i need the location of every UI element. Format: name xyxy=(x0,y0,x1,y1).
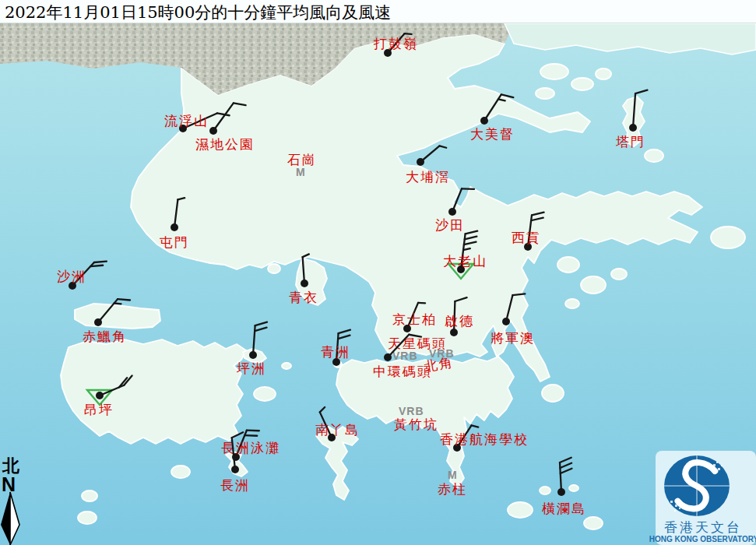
station-label-tai-po-kau: 大埔滘 xyxy=(406,169,450,185)
station-dot xyxy=(301,280,308,287)
station-dot xyxy=(249,351,257,359)
wind-barb-feather xyxy=(118,299,130,300)
station-dot xyxy=(629,124,637,132)
station-label-ta-kwu-ling: 打鼓嶺 xyxy=(373,36,418,51)
islet xyxy=(645,149,663,162)
station-dot xyxy=(171,223,178,231)
station-tag-north-point: VRB xyxy=(429,347,455,360)
wind-barb-feather xyxy=(247,431,259,431)
hko-logo: 香港天文台 HONG KONG OBSERVATORY xyxy=(649,451,756,545)
station-tag-wong-chuk-hang: VRB xyxy=(399,405,424,417)
islet xyxy=(78,512,97,524)
station-label-lau-fau-shan: 流浮山 xyxy=(164,113,209,128)
islet xyxy=(171,466,190,478)
wind-barb-feather xyxy=(405,33,412,34)
station-label-peng-chau: 坪洲 xyxy=(237,360,266,376)
logo-name-chinese: 香港天文台 xyxy=(664,519,742,535)
station-label-central-pier: 中環碼頭 xyxy=(373,364,432,379)
station-label-stanley: 赤柱 xyxy=(438,481,467,497)
islet xyxy=(584,517,603,529)
station-dot xyxy=(502,318,510,325)
station-dot xyxy=(480,117,488,125)
station-dot xyxy=(209,127,217,135)
station-label-tai-mei-tuk: 大美督 xyxy=(470,126,515,142)
station-dot xyxy=(384,353,392,361)
islet xyxy=(569,485,578,491)
wind-barb-feather xyxy=(114,303,121,304)
station-dot xyxy=(557,488,565,496)
station-tag-stanley: M xyxy=(448,469,458,481)
station-label-cheung-chau: 長洲 xyxy=(220,477,250,493)
islet xyxy=(508,502,533,518)
islet xyxy=(596,69,611,79)
station-label-tap-mun: 塔門 xyxy=(615,134,645,149)
wind-barb-feather xyxy=(94,262,107,262)
islet xyxy=(282,363,291,369)
station-dot xyxy=(417,158,424,166)
station-dot xyxy=(448,208,456,216)
islet xyxy=(540,487,550,494)
station-label-chek-lap-kok: 赤鱲角 xyxy=(83,329,127,344)
islet xyxy=(254,387,276,401)
islet xyxy=(611,269,627,280)
compass-north-letter: N xyxy=(2,473,16,495)
islet xyxy=(565,299,579,308)
islet xyxy=(571,78,593,90)
station-label-sai-kung: 西貢 xyxy=(512,230,541,245)
station-label-tsing-yi: 青衣 xyxy=(289,290,318,305)
station-label-tseung-kwan-o: 將軍澳 xyxy=(491,330,535,346)
islet xyxy=(542,385,564,402)
station-label-kai-tak: 啟德 xyxy=(445,313,474,329)
station-label-wong-chuk-hang: 黃竹坑 xyxy=(394,417,438,432)
islet xyxy=(540,64,568,79)
islet xyxy=(581,276,606,294)
islet xyxy=(82,490,97,501)
station-label-sha-tin: 沙田 xyxy=(435,217,465,233)
islet xyxy=(711,227,745,248)
logo-emblem xyxy=(664,455,730,516)
islet xyxy=(268,264,280,273)
title-bar: 2022年11月01日15時00分的十分鐘平均風向及風速 xyxy=(0,0,756,23)
station-tag-star-ferry: VRB xyxy=(392,350,418,362)
station-label-cheung-chau-beach: 長洲泳灘 xyxy=(221,440,280,455)
islet xyxy=(536,88,554,99)
station-label-tates-cairn: 大老山 xyxy=(443,253,487,269)
station-label-shek-kong: 石崗 xyxy=(287,152,317,167)
logo-name-english: HONG KONG OBSERVATORY xyxy=(649,535,756,543)
wind-map-screenshot: 打鼓嶺流浮山濕地公園石崗M大美督塔門大埔滘沙田西貢屯門沙洲大老山青衣赤鱲角京士柏… xyxy=(0,0,756,545)
station-label-green-island: 青洲 xyxy=(321,344,350,360)
wind-barb-feather xyxy=(244,435,257,436)
station-label-ngong-ping: 昂坪 xyxy=(84,402,114,417)
station-dot xyxy=(450,329,458,336)
station-label-hk-sea-school: 香港航海學校 xyxy=(440,431,529,447)
map-svg: 打鼓嶺流浮山濕地公園石崗M大美督塔門大埔滘沙田西貢屯門沙洲大老山青衣赤鱲角京士柏… xyxy=(0,0,756,545)
station-dot xyxy=(231,466,239,473)
station-label-tuen-mun: 屯門 xyxy=(160,234,189,250)
station-tag-shek-kong: M xyxy=(296,166,306,178)
station-label-kings-park: 京士柏 xyxy=(392,311,437,327)
station-dot xyxy=(94,318,102,326)
station-dot xyxy=(96,392,104,399)
wind-barb-feather xyxy=(90,265,103,266)
station-label-wetland-park: 濕地公園 xyxy=(195,136,255,152)
station-label-lamma-island: 南丫島 xyxy=(315,422,360,438)
map-title: 2022年11月01日15時00分的十分鐘平均風向及風速 xyxy=(0,0,756,23)
station-label-sha-chau: 沙洲 xyxy=(57,269,86,284)
islet xyxy=(557,257,579,272)
wind-barb-feather xyxy=(462,188,474,189)
station-label-waglan-island: 橫瀾島 xyxy=(542,501,586,516)
